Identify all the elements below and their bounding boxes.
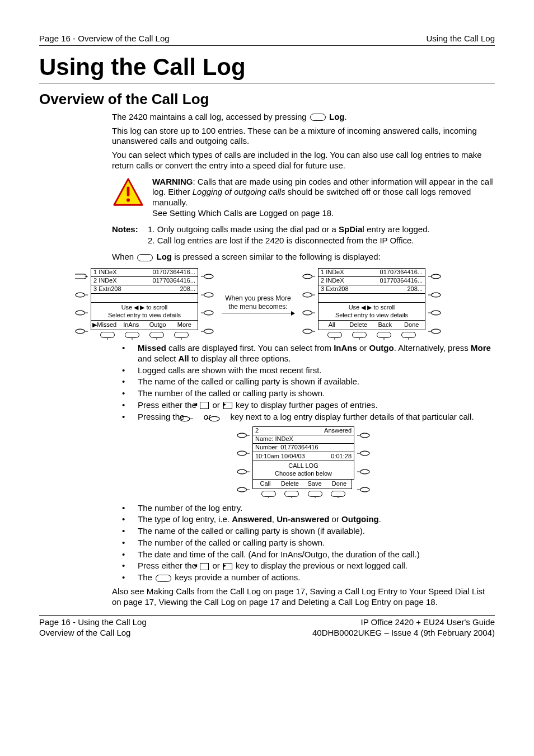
- oval-key-icon: [156, 575, 171, 582]
- svg-point-16: [431, 311, 441, 315]
- softkey-right-icon: [237, 433, 250, 438]
- softkey-right-icon: [237, 469, 250, 475]
- softkey-right-icon: [302, 274, 316, 279]
- oval-key-icon: [331, 491, 345, 497]
- phone-screen-more: 1 INDeX01707364416... 2 INDeX01770364416…: [300, 268, 443, 340]
- list-item: The number of the called or calling part…: [130, 538, 495, 548]
- right-side-keys: [425, 268, 443, 340]
- svg-point-12: [303, 311, 312, 315]
- oval-key-icon: [310, 114, 326, 121]
- oval-key-icon: [137, 254, 153, 261]
- right-arrow-key-icon: [223, 402, 232, 409]
- softkey-left-icon: [428, 292, 441, 298]
- intro-p2: This log can store up to 100 entries. Th…: [112, 126, 495, 147]
- svg-point-11: [303, 293, 312, 297]
- softkey-right-icon: [75, 328, 88, 334]
- warning-icon: [112, 177, 144, 209]
- log-key-label: Log: [329, 112, 345, 121]
- arrow-right-icon: [222, 313, 294, 314]
- svg-point-14: [431, 274, 441, 279]
- call-detail-diagram: 2Answered Name: INDeX Number: 0177036441…: [112, 426, 495, 498]
- svg-point-10: [303, 274, 312, 279]
- warning-text: WARNING: Calls that are made using pin c…: [152, 177, 495, 219]
- section-title: Overview of the Call Log: [39, 90, 495, 109]
- list-item: The type of log entry, i.e. Answered, Un…: [130, 514, 495, 525]
- svg-point-27: [360, 487, 369, 492]
- softkey-right-icon: [187, 414, 202, 420]
- note-item: Call log entries are lost if the 2420 is…: [157, 236, 430, 246]
- footer-left-2: Overview of the Call Log: [39, 628, 147, 638]
- oval-key-icon: [149, 332, 164, 338]
- svg-point-15: [431, 293, 441, 297]
- oval-key-icon: [401, 332, 416, 338]
- list-item: The keys provide a number of actions.: [130, 572, 495, 583]
- main-content: The 2420 maintains a call log, accessed …: [112, 112, 495, 608]
- intro-p1: The 2420 maintains a call log, accessed …: [112, 112, 495, 123]
- softkey-labels: All Delete Back Done: [318, 321, 425, 330]
- notes-label: Notes:: [112, 224, 138, 235]
- lcd-help-text: CALL LOG Choose action below: [252, 461, 354, 480]
- oval-key-icon: [308, 491, 322, 497]
- header-left: Page 16 - Overview of the Call Log: [39, 34, 170, 44]
- softkey-right-icon: [302, 310, 316, 316]
- also-see: Also see Making Calls from the Call Log …: [112, 586, 495, 608]
- softkey-left-icon: [357, 469, 370, 475]
- lcd-help-text: Use ◀ ▶ to scroll Select entry to view d…: [91, 303, 198, 321]
- left-side-keys: [300, 268, 318, 340]
- svg-point-18: [180, 416, 190, 421]
- call-log-screens-diagram: 1 INDeX01707364416... 2 INDeX01770364416…: [73, 268, 495, 340]
- svg-point-19: [209, 416, 219, 421]
- list-item: The name of the called or calling party …: [130, 377, 495, 387]
- svg-point-17: [431, 329, 441, 334]
- softkey-left-icon: [357, 450, 370, 456]
- warning-block: WARNING: Calls that are made using pin c…: [112, 177, 495, 219]
- softkey-left-icon: [200, 274, 214, 279]
- oval-key-icon: [327, 332, 342, 338]
- intro-p3: You can select which types of calls are …: [112, 150, 495, 171]
- softkey-right-icon: [237, 450, 250, 456]
- svg-point-22: [237, 469, 247, 474]
- softkey-right-icon: [75, 274, 88, 279]
- page-footer: Page 16 - Using the Call Log Overview of…: [39, 615, 495, 638]
- footer-right-2: 40DHB0002UKEG – Issue 4 (9th February 20…: [312, 628, 495, 638]
- left-side-keys: [235, 426, 252, 498]
- left-arrow-key-icon: [200, 563, 209, 570]
- softkey-right-icon: [75, 310, 88, 316]
- list-item: The number of the called or calling part…: [130, 388, 495, 399]
- softkey-buttons: [318, 330, 425, 340]
- softkey-left-icon: [357, 487, 370, 492]
- lcd-screen: 1 INDeX01707364416... 2 INDeX01770364416…: [91, 268, 198, 303]
- softkey-left-icon: [200, 310, 214, 316]
- softkey-labels: Call Delete Save Done: [252, 480, 352, 489]
- softkey-right-icon: [302, 292, 316, 298]
- when-line: When Log is pressed a screen similar to …: [112, 252, 495, 262]
- svg-point-20: [237, 433, 247, 438]
- softkey-left-icon: [200, 328, 214, 334]
- svg-point-4: [76, 311, 85, 315]
- svg-point-5: [76, 329, 85, 334]
- svg-point-26: [360, 469, 369, 474]
- phone-screen-missed: 1 INDeX01707364416... 2 INDeX01770364416…: [73, 268, 216, 340]
- list-item: Logged calls are shown with the most rec…: [130, 365, 495, 376]
- svg-point-23: [237, 487, 247, 492]
- footer-right-1: IP Office 2420 + EU24 User's Guide: [312, 617, 495, 628]
- softkey-left-icon: [428, 310, 441, 316]
- softkey-left-icon: [213, 414, 228, 420]
- note-item: Only outgoing calls made using the dial …: [157, 224, 430, 235]
- softkey-left-icon: [428, 328, 441, 334]
- page-title: Using the Call Log: [39, 53, 495, 84]
- svg-point-25: [360, 451, 369, 456]
- page-header: Page 16 - Overview of the Call Log Using…: [39, 34, 495, 46]
- softkey-left-icon: [200, 292, 214, 298]
- oval-key-icon: [174, 332, 189, 338]
- oval-key-icon: [125, 332, 139, 338]
- transition-label: When you press More the menu becomes:: [222, 294, 294, 314]
- svg-point-13: [303, 329, 312, 334]
- softkey-right-icon: [302, 328, 316, 334]
- softkey-right-icon: [237, 487, 250, 492]
- lcd-help-text: Use ◀ ▶ to scroll Select entry to view d…: [318, 303, 425, 321]
- softkey-left-icon: [428, 274, 441, 279]
- svg-point-24: [360, 433, 369, 438]
- footer-left-1: Page 16 - Using the Call Log: [39, 617, 147, 628]
- oval-key-icon: [261, 491, 276, 497]
